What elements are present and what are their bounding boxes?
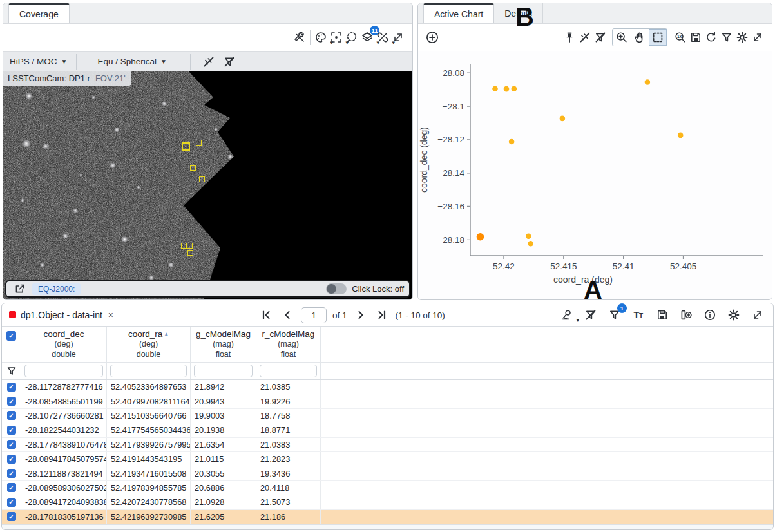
pan-icon[interactable] [631,29,649,46]
table-row[interactable]: ✓-28.17784389107647852.41793992675799521… [2,438,773,452]
filter-off-icon[interactable] [593,30,608,45]
table-row[interactable]: ✓-28.08958930602750252.4197839485578520.… [2,481,773,495]
markers-off-icon[interactable] [577,30,593,45]
page-input[interactable] [301,307,327,323]
row-checkbox[interactable]: ✓ [7,469,16,478]
column-header-coord_ra[interactable]: coord_ra▲ (deg) double [107,327,191,362]
next-page-icon[interactable] [353,307,368,323]
hips-moc-dropdown[interactable]: HiPS / MOC▼ [3,57,73,66]
add-chart-icon[interactable] [425,30,440,45]
row-checkbox[interactable]: ✓ [7,498,16,507]
table-cell: 52.41510356640766 [107,409,191,423]
column-type: float [216,349,231,359]
gear-icon[interactable] [734,30,750,45]
table-row[interactable]: ✓-28.1211887382149452.4193471601550820.3… [2,466,773,480]
table-row[interactable]: ✓-28.1172878277741652.4052336489765321.8… [2,380,773,394]
external-link-icon[interactable] [12,281,27,297]
column-header-g_cModelMag[interactable]: g_cModelMag (mag) float [191,327,256,362]
gear-icon[interactable] [726,307,742,323]
save-icon[interactable] [655,307,670,323]
add-column-icon[interactable] [678,307,694,323]
filter-icon[interactable] [6,365,17,377]
column-header-coord_dec[interactable]: coord_dec (deg) double [21,327,107,362]
recenter-icon[interactable]: ▾ [329,30,344,45]
column-filter-input[interactable] [260,365,317,377]
table-filter-row [2,363,773,380]
table-row[interactable]: ✓-28.0854885650119952.40799708281116420.… [2,394,773,408]
column-name: r_cModelMag [262,329,315,339]
row-checkbox[interactable]: ✓ [7,397,16,406]
box-select-icon[interactable] [649,29,667,46]
expand-icon[interactable] [390,30,406,45]
pagination: of 1 (1 - 10 of 10) [258,303,445,327]
svg-text:−28.1: −28.1 [443,102,464,111]
unlink-icon[interactable]: ▾ [375,30,390,45]
toggle-knob [327,284,336,294]
filter-icon[interactable] [719,30,734,45]
row-checkbox[interactable]: ✓ [7,383,16,392]
chart-plot[interactable]: −28.08−28.1−28.12−28.14−28.16−28.1852.42… [418,51,772,299]
table-tab[interactable]: dp1.Object - data-int × [2,310,113,320]
select-all-cell: ✓ [2,327,21,362]
tools-icon[interactable] [292,30,307,45]
close-icon[interactable]: × [108,310,113,320]
markers-off-icon[interactable] [201,54,216,70]
table-toolbar: ▾ 1 TT [559,303,773,327]
prev-page-icon[interactable] [280,307,295,323]
zoom-in-icon[interactable] [613,29,631,46]
source-marker [190,165,196,171]
row-checkbox[interactable]: ✓ [7,411,16,420]
expand-icon[interactable] [750,30,765,45]
last-page-icon[interactable] [374,307,390,323]
restore-icon[interactable] [703,30,719,45]
annotation-letter-a: A [584,277,602,303]
column-header-r_cModelMag[interactable]: r_cModelMag (mag) float [256,327,321,362]
row-checkbox-cell: ✓ [2,423,21,437]
layers-icon[interactable]: 11▾ [359,30,375,45]
row-checkbox[interactable]: ✓ [7,440,16,449]
svg-text:T: T [639,312,643,319]
star [73,208,78,213]
lasso-select-icon[interactable] [344,30,359,45]
select-all-checkbox[interactable]: ✓ [6,331,16,341]
table-row[interactable]: ✓-28.1781830519713652.4219639273098521.6… [2,510,773,524]
tab-active-chart[interactable]: Active Chart [423,3,494,23]
column-unit: (deg) [139,339,158,349]
table-cell: 19.9003 [191,409,256,423]
pin-icon[interactable] [562,30,577,45]
save-icon[interactable] [688,30,703,45]
column-filter-input[interactable] [194,365,253,377]
scatter-chart[interactable]: −28.08−28.1−28.12−28.14−28.16−28.1852.42… [418,51,772,299]
table-row[interactable]: ✓-28.08941720409383852.4207243077856821.… [2,495,773,509]
row-checkbox[interactable]: ✓ [7,455,16,464]
filter-off-icon[interactable] [583,307,598,323]
table-row[interactable]: ✓-28.08941784507957452.419144354319521.0… [2,452,773,466]
sky-image-viewer[interactable]: LSSTComCam: DP1 rFOV:21' EQ-J2000: Click… [3,71,412,299]
row-checkbox[interactable]: ✓ [7,426,16,435]
table-cell: 20.9943 [191,394,256,408]
filter-icon[interactable]: 1 [607,307,622,323]
first-page-icon[interactable] [258,307,274,323]
table-row[interactable]: ✓-28.1072773666028152.4151035664076619.9… [2,409,773,423]
expand-icon[interactable] [750,307,765,323]
filter-off-icon[interactable] [222,54,237,70]
zoom-reset-icon[interactable]: 1x [673,30,688,45]
text-view-icon[interactable]: TT [631,307,646,323]
column-filter-input[interactable] [110,365,187,377]
row-checkbox-cell: ✓ [2,394,21,408]
column-name: coord_dec [43,329,84,339]
column-filter-input[interactable] [24,365,103,377]
info-icon[interactable] [702,307,718,323]
row-filler [321,466,773,480]
click-lock-toggle[interactable] [326,283,347,294]
row-checkbox[interactable]: ✓ [7,483,16,492]
projection-dropdown[interactable]: Equ / Spherical▼ [91,57,173,66]
row-checkbox[interactable]: ✓ [7,512,16,521]
table-row[interactable]: ✓-28.182254403123252.41775456503443620.1… [2,423,773,437]
inspect-icon[interactable]: ▾ [559,307,575,323]
row-filler [321,394,773,408]
palette-icon[interactable]: ▾ [313,30,329,45]
star [22,139,31,148]
tab-coverage[interactable]: Coverage [8,3,70,23]
row-filler [321,481,773,495]
